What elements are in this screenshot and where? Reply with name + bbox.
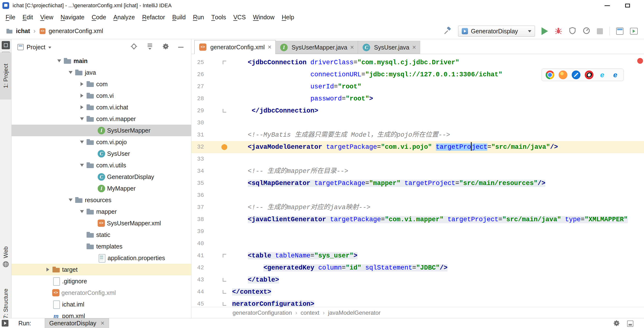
tree-item-main[interactable]: main (12, 55, 191, 67)
fold-region-start-icon[interactable] (223, 61, 226, 64)
code-line-40[interactable]: 40 (192, 238, 644, 250)
locate-file-icon[interactable] (130, 43, 138, 51)
toolwindow-tab-web[interactable]: Web (0, 245, 12, 260)
project-structure-icon[interactable] (616, 27, 624, 35)
close-tab-icon[interactable]: × (412, 44, 416, 51)
run-toolwindow-icon[interactable] (2, 320, 8, 327)
code-line-42[interactable]: 42 <generatedKey column="id" sqlStatemen… (192, 262, 644, 274)
code-line-34[interactable]: 34 <!-- 生成的mapper所在目录--> (192, 165, 644, 177)
code-line-43[interactable]: 43 </table> (192, 274, 644, 286)
code-line-29[interactable]: 29 </jdbcConnection> (192, 105, 644, 117)
fold-region-start-icon[interactable] (223, 254, 226, 258)
code-line-35[interactable]: 35 <sqlMapGenerator targetPackage="mappe… (192, 177, 644, 189)
code-line-28[interactable]: 28 password="root"> (192, 93, 644, 105)
xml-breadcrumb-item[interactable]: generatorConfiguration (232, 310, 292, 316)
debug-bug-icon[interactable] (554, 27, 562, 35)
tree-item-com.vi.utils[interactable]: com.vi.utils (12, 159, 191, 171)
stop-button[interactable] (597, 28, 603, 34)
collapse-all-icon[interactable] (146, 43, 154, 51)
code-line-25[interactable]: 25 <jdbcConnection driverClass="com.mysq… (192, 56, 644, 69)
run-dashboard-icon[interactable] (630, 28, 638, 34)
code-line-39[interactable]: 39 (192, 226, 644, 238)
gutter[interactable] (204, 141, 232, 153)
settings-gear-icon[interactable] (162, 43, 170, 51)
code-line-41[interactable]: 41 <table tableName="sys_user"> (192, 250, 644, 262)
error-indicator[interactable] (637, 58, 643, 64)
code-line-30[interactable]: 30 (192, 117, 644, 129)
firefox-icon[interactable] (559, 70, 567, 79)
chevron-down-icon[interactable] (67, 71, 74, 74)
run-button[interactable] (542, 27, 548, 35)
close-tab-icon[interactable]: × (100, 320, 104, 327)
chevron-down-icon[interactable] (78, 210, 86, 213)
chevron-right-icon[interactable] (44, 268, 52, 272)
chrome-icon[interactable] (546, 70, 554, 79)
breadcrumb-item[interactable]: ichat (5, 27, 30, 35)
settings-gear-icon[interactable] (613, 320, 620, 328)
tree-item-MyMapper[interactable]: IMyMapper (12, 183, 191, 194)
menu-file[interactable]: File (2, 11, 19, 23)
breadcrumb-item[interactable]: <>generatorConfig.xml (39, 27, 103, 35)
chevron-down-icon[interactable] (78, 141, 86, 143)
gutter[interactable] (204, 214, 232, 226)
hide-panel-icon[interactable] (627, 321, 633, 327)
bookmark-dot-icon[interactable] (222, 144, 227, 150)
tree-item-SysUser[interactable]: CSysUser (12, 148, 191, 159)
close-tab-icon[interactable]: × (268, 44, 272, 50)
tree-item-ichat.iml[interactable]: ichat.iml (12, 299, 191, 310)
hide-toolwindow-icon[interactable] (178, 47, 184, 47)
gutter[interactable] (204, 262, 232, 274)
tree-item-generatorConfig.xml[interactable]: <>generatorConfig.xml (12, 287, 191, 299)
code-editor[interactable]: 25 <jdbcConnection driverClass="com.mysq… (192, 54, 644, 307)
code-line-44[interactable]: 44</context> (192, 286, 644, 298)
tree-item-com.vi.pojo[interactable]: com.vi.pojo (12, 136, 191, 148)
tree-item-com.vi.ichat[interactable]: com.vi.ichat (12, 101, 191, 113)
edge-icon[interactable]: e (611, 70, 620, 79)
tree-item-static[interactable]: static (12, 229, 191, 241)
run-config-selector[interactable]: GeneratorDisplay (458, 25, 535, 37)
gutter[interactable] (204, 153, 232, 165)
fold-region-end-icon[interactable] (223, 290, 226, 294)
gutter[interactable] (204, 177, 232, 189)
gutter[interactable] (204, 117, 232, 129)
menu-window[interactable]: Window (250, 11, 278, 23)
toolwindow-tab-structure[interactable]: 7: Structure (0, 286, 12, 321)
tree-item-mapper[interactable]: mapper (12, 206, 191, 217)
close-tab-icon[interactable]: × (350, 44, 354, 51)
menu-vcs[interactable]: VCS (230, 11, 249, 23)
code-line-32[interactable]: 32 <javaModelGenerator targetPackage="co… (192, 141, 644, 153)
code-line-38[interactable]: 38 <javaClientGenerator targetPackage="c… (192, 214, 644, 226)
xml-breadcrumb-item[interactable]: context (301, 310, 319, 316)
menu-refactor[interactable]: Refactor (138, 11, 169, 23)
opera-icon[interactable]: O (585, 70, 594, 79)
chevron-down-icon[interactable] (78, 164, 86, 167)
gutter[interactable] (204, 201, 232, 214)
menu-run[interactable]: Run (189, 11, 208, 23)
gutter[interactable] (204, 298, 232, 307)
tab-SysUser.java[interactable]: CSysUser.java× (358, 41, 420, 54)
ie-icon[interactable]: e (598, 70, 606, 79)
gutter[interactable] (204, 226, 232, 238)
menu-tools[interactable]: Tools (208, 11, 230, 23)
code-line-36[interactable]: 36 (192, 189, 644, 201)
chevron-down-icon[interactable] (48, 47, 51, 48)
gutter[interactable] (204, 189, 232, 201)
tree-item-target[interactable]: target (12, 264, 191, 275)
chevron-down-icon[interactable] (78, 117, 86, 120)
menu-code[interactable]: Code (88, 11, 110, 23)
xml-breadcrumb-item[interactable]: javaModelGenerator (328, 310, 380, 316)
fold-region-end-icon[interactable] (223, 278, 226, 282)
minimize-button[interactable] (600, 0, 615, 11)
profiler-icon[interactable] (582, 27, 590, 35)
tree-item-pom.xml[interactable]: mpom.xml (12, 310, 191, 318)
tree-item-SysUserMapper[interactable]: ISysUserMapper (12, 125, 191, 136)
chevron-right-icon[interactable] (78, 82, 86, 86)
gutter[interactable] (204, 250, 232, 262)
tree-item-GeneratorDisplay[interactable]: CGeneratorDisplay (12, 171, 191, 183)
chevron-down-icon[interactable] (67, 199, 74, 201)
menu-help[interactable]: Help (278, 11, 298, 23)
tree-item-com.vi[interactable]: com.vi (12, 90, 191, 101)
run-tab-generator-display[interactable]: GeneratorDisplay × (45, 318, 109, 328)
menu-build[interactable]: Build (169, 11, 190, 23)
chevron-down-icon[interactable] (56, 59, 63, 62)
